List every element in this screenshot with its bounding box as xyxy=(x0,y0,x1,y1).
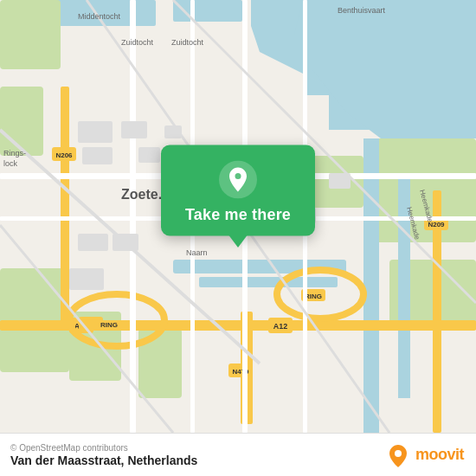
popup-tail xyxy=(228,234,248,248)
svg-rect-69 xyxy=(329,173,351,189)
take-me-there-popup[interactable]: Take me there xyxy=(161,145,315,236)
svg-rect-19 xyxy=(199,277,338,287)
svg-rect-64 xyxy=(138,147,160,163)
moovit-pin-icon xyxy=(386,443,410,467)
svg-rect-35 xyxy=(61,87,69,329)
svg-text:N206: N206 xyxy=(55,151,73,159)
svg-text:lock: lock xyxy=(3,159,18,168)
svg-text:RING: RING xyxy=(100,321,118,329)
svg-rect-9 xyxy=(0,87,43,156)
moovit-logo: moovit xyxy=(386,443,464,467)
moovit-brand-name: moovit xyxy=(415,446,464,464)
map-container: A12 A12 N470 RING RING N206 N209 xyxy=(0,0,476,433)
take-me-there-label: Take me there xyxy=(185,206,291,224)
svg-text:Naarn: Naarn xyxy=(186,248,208,257)
svg-rect-67 xyxy=(113,234,138,251)
svg-rect-63 xyxy=(121,121,147,138)
footer-left: © OpenStreetMap contributors Van der Maa… xyxy=(10,443,197,467)
svg-rect-61 xyxy=(78,121,113,143)
svg-rect-65 xyxy=(164,125,182,138)
svg-text:Zuidtocht: Zuidtocht xyxy=(171,38,204,47)
location-pin-icon xyxy=(219,161,257,199)
svg-text:Middentocht: Middentocht xyxy=(78,12,121,21)
svg-rect-66 xyxy=(78,234,108,251)
svg-point-73 xyxy=(395,450,402,457)
svg-text:A12: A12 xyxy=(273,322,288,331)
svg-text:Rings-: Rings- xyxy=(3,149,26,158)
svg-rect-16 xyxy=(363,138,379,433)
svg-rect-68 xyxy=(69,268,104,290)
footer: © OpenStreetMap contributors Van der Maa… xyxy=(0,433,476,476)
svg-rect-62 xyxy=(82,147,113,164)
svg-text:Zuidtocht: Zuidtocht xyxy=(121,38,154,47)
svg-text:Benthuisvaart: Benthuisvaart xyxy=(338,6,386,15)
attribution-text: © OpenStreetMap contributors xyxy=(10,443,197,453)
svg-rect-8 xyxy=(0,0,61,69)
location-label: Van der Maasstraat, Netherlands xyxy=(10,453,197,467)
